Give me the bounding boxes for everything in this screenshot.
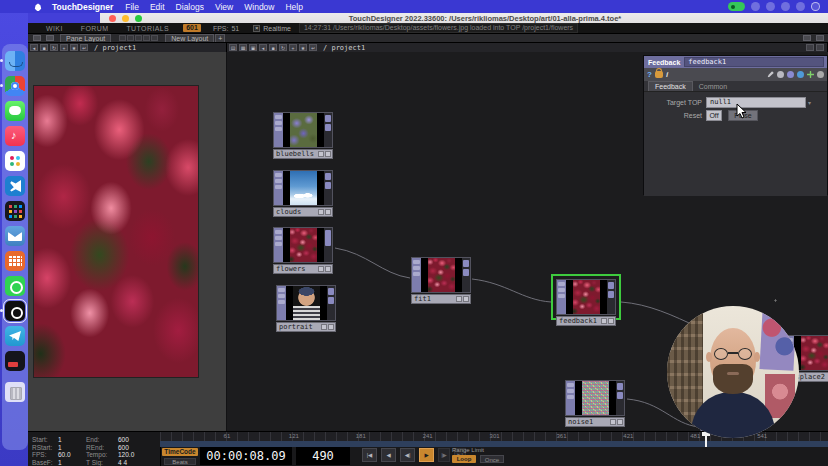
dock-music-icon[interactable] (5, 126, 25, 146)
split-horizontal-button[interactable]: ▤ (229, 44, 237, 51)
dock-trash-icon[interactable] (5, 382, 25, 402)
timeline-field-value[interactable]: 600 (118, 436, 148, 444)
left-pane-path[interactable]: / project1 (94, 44, 136, 52)
stop-button[interactable]: ■ (40, 44, 48, 51)
menu-item-file[interactable]: File (125, 2, 139, 12)
chevron-down-icon[interactable]: ▾ (808, 99, 811, 106)
node-viewer-tabs[interactable] (324, 171, 332, 205)
timecode-mode-button[interactable]: TimeCode (162, 448, 198, 456)
comment-icon[interactable] (777, 71, 784, 78)
expression-icon[interactable] (787, 71, 794, 78)
globe-icon[interactable] (797, 71, 804, 78)
viewer-pane[interactable] (28, 52, 227, 431)
menu-item-window[interactable]: Window (244, 2, 274, 12)
user-switch-icon[interactable] (796, 2, 805, 11)
stop-button[interactable]: ■ (269, 44, 277, 51)
node-flowers[interactable]: flowers (273, 227, 333, 263)
timeline-field-value[interactable]: 120.0 (118, 451, 148, 459)
lock-icon[interactable] (655, 71, 663, 78)
screen-recording-pill-icon[interactable] (728, 2, 745, 11)
loop-button[interactable]: Loop (452, 455, 476, 463)
timeline-field-value[interactable]: 1 (58, 444, 86, 452)
gear-icon[interactable] (817, 71, 824, 78)
step-back-button[interactable]: ◀| (400, 448, 415, 462)
help-icon[interactable]: ? (647, 70, 652, 79)
window-control-icons[interactable] (798, 35, 824, 41)
dock-finder-icon[interactable] (5, 51, 25, 71)
back-arrow-button[interactable]: ◂ (30, 44, 38, 51)
dock-telegram-icon[interactable] (5, 326, 25, 346)
input-source-icon[interactable] (751, 2, 760, 11)
menu-item-dialogs[interactable]: Dialogs (176, 2, 204, 12)
add-button[interactable]: + (289, 44, 297, 51)
realtime-checkbox[interactable]: × (253, 25, 260, 32)
grid-layout-icon[interactable] (33, 35, 41, 41)
bookmark-button[interactable]: ★ (70, 44, 78, 51)
node-flag-column[interactable] (412, 258, 421, 292)
dock-stream-app-icon[interactable] (5, 351, 25, 371)
node-flag-column[interactable] (274, 228, 283, 262)
tab-common[interactable]: Common (693, 82, 733, 91)
node-bluebells[interactable]: bluebells (273, 112, 333, 148)
refresh-button[interactable]: ↻ (279, 44, 287, 51)
node-viewer-tabs[interactable] (616, 381, 624, 415)
menu-item-help[interactable]: Help (285, 2, 302, 12)
wiki-link[interactable]: WIKI (46, 25, 63, 32)
play-reverse-button[interactable]: ◀ (381, 448, 396, 462)
timeline-field-value[interactable]: 600 (118, 444, 148, 452)
add-button[interactable]: + (60, 44, 68, 51)
frame-display[interactable]: 490 (296, 447, 350, 465)
node-flag-column[interactable] (277, 286, 286, 320)
refresh-button[interactable]: ↻ (50, 44, 58, 51)
zoom-window-button[interactable] (135, 15, 142, 22)
forum-link[interactable]: FORUM (81, 25, 109, 32)
parameter-dialog[interactable]: Feedback feedback1 ? i Feedback Common T… (643, 55, 828, 195)
dock-whatsapp-icon[interactable] (5, 276, 25, 296)
realtime-label[interactable]: Realtime (263, 25, 291, 32)
node-portrait[interactable]: portrait (276, 285, 336, 321)
dock-messages-icon[interactable] (5, 101, 25, 121)
dock-slack-icon[interactable] (5, 151, 25, 171)
enter-button[interactable]: ↵ (309, 44, 317, 51)
network-pane-path[interactable]: / project1 (323, 44, 365, 52)
close-window-button[interactable] (109, 15, 116, 22)
node-flag-column[interactable] (566, 381, 575, 415)
apple-menu-icon[interactable] (34, 2, 42, 11)
timeline-field-value[interactable]: 1 (58, 436, 86, 444)
operator-name-field[interactable]: feedback1 (684, 57, 824, 67)
reset-toggle[interactable]: Off (706, 110, 722, 121)
menu-item-edit[interactable]: Edit (150, 2, 165, 12)
control-center-icon[interactable] (811, 2, 820, 11)
maximize-pane-button[interactable]: ▣ (249, 44, 257, 51)
save-layout-icon[interactable] (46, 35, 54, 41)
dock-vscode-icon[interactable] (5, 176, 25, 196)
node-feedback1[interactable]: feedback1 (556, 279, 616, 315)
bookmark-button[interactable]: ★ (299, 44, 307, 51)
add-parameter-icon[interactable] (807, 71, 814, 78)
display-icon[interactable] (766, 2, 775, 11)
node-viewer-tabs[interactable] (327, 286, 335, 320)
node-flag-column[interactable] (557, 280, 566, 314)
dock-touchdesigner-icon[interactable] (5, 301, 25, 321)
node-viewer-tabs[interactable] (607, 280, 615, 314)
info-icon[interactable]: i (666, 70, 668, 79)
once-button[interactable]: Once (480, 455, 504, 463)
node-viewer-tabs[interactable] (324, 113, 332, 147)
node-fit1[interactable]: fit1 (411, 257, 471, 293)
node-viewer-tabs[interactable] (324, 228, 332, 262)
capture-icon[interactable] (781, 2, 790, 11)
beats-mode-button[interactable]: Beats (164, 458, 196, 465)
dock-chrome-icon[interactable] (5, 76, 25, 96)
tab-feedback[interactable]: Feedback (648, 81, 693, 91)
timeline-field-value[interactable]: 4 4 (118, 459, 148, 466)
split-vertical-button[interactable]: ▦ (239, 44, 247, 51)
enter-button[interactable]: ↵ (80, 44, 88, 51)
back-arrow-button[interactable]: ◂ (259, 44, 267, 51)
parameter-dialog-header[interactable]: Feedback feedback1 (644, 56, 827, 68)
play-forward-button[interactable]: ▶ (419, 448, 434, 462)
dock-mail-icon[interactable] (5, 226, 25, 246)
node-flag-column[interactable] (274, 171, 283, 205)
timeline-field-value[interactable]: 60.0 (58, 451, 86, 459)
timeline-field-value[interactable]: 1 (58, 459, 86, 466)
timeline-playhead[interactable] (705, 432, 707, 447)
